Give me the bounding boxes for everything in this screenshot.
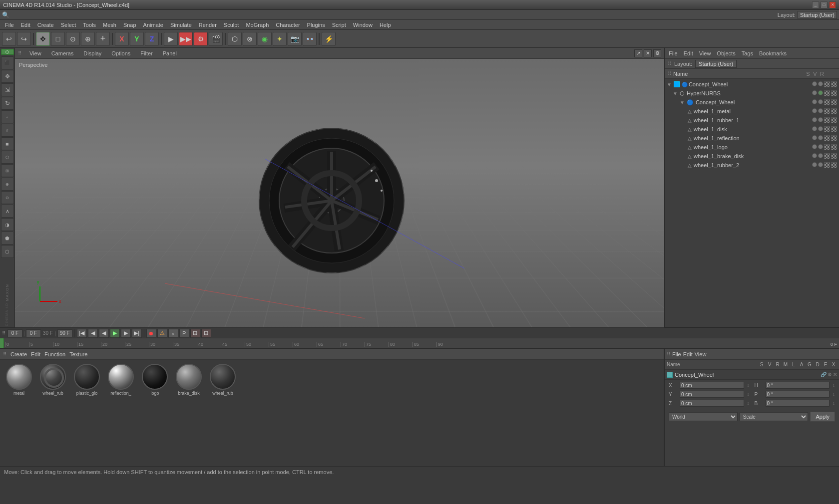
- om-dot-2[interactable]: [818, 81, 823, 86]
- attr-h-input[interactable]: [766, 382, 830, 389]
- x-axis-button[interactable]: X: [115, 32, 129, 46]
- menu-render[interactable]: Render: [196, 21, 220, 29]
- om-dot-l2[interactable]: [818, 144, 823, 149]
- vp-tab-display[interactable]: Display: [81, 49, 103, 57]
- om-row-concept-wheel-top[interactable]: ▼ 🔵 Concept_Wheel: [665, 80, 839, 89]
- menu-select[interactable]: Select: [58, 21, 79, 29]
- vp-tab-options[interactable]: Options: [109, 49, 132, 57]
- attr-b-input[interactable]: [766, 400, 830, 407]
- tl-scheme[interactable]: ⊟: [201, 329, 211, 338]
- menu-character[interactable]: Character: [273, 21, 303, 29]
- tl-goto-end[interactable]: ▶|: [132, 329, 142, 338]
- menu-snap[interactable]: Snap: [120, 21, 139, 29]
- rotate-tool[interactable]: ↻: [1, 97, 14, 110]
- redo-button[interactable]: ↪: [17, 32, 31, 46]
- render-view-button[interactable]: ▶: [164, 32, 178, 46]
- om-dot-m2[interactable]: [818, 108, 823, 113]
- menu-mograph[interactable]: MoGraph: [243, 21, 272, 29]
- mat-metal[interactable]: metal: [4, 364, 34, 396]
- rp-tab-view[interactable]: View: [697, 49, 713, 57]
- rp-tab-file[interactable]: File: [667, 49, 680, 57]
- z-axis-button[interactable]: Z: [145, 32, 159, 46]
- om-dot-cw2[interactable]: [818, 99, 823, 104]
- maximize-button[interactable]: □: [821, 1, 828, 8]
- light2-button[interactable]: ⚡: [322, 32, 336, 46]
- close-button[interactable]: ✕: [829, 1, 836, 8]
- rp-tab-edit[interactable]: Edit: [682, 49, 695, 57]
- object-mode[interactable]: ⬡: [1, 151, 14, 164]
- edges-mode[interactable]: #: [1, 124, 14, 137]
- attr-tab-file[interactable]: File: [672, 351, 681, 357]
- om-expand-hn[interactable]: ▼: [673, 91, 678, 96]
- spline-button[interactable]: ◉: [258, 32, 272, 46]
- attr-z-input[interactable]: [680, 400, 744, 407]
- move-tool[interactable]: ✥: [1, 70, 14, 83]
- menu-animate[interactable]: Animate: [140, 21, 166, 29]
- om-dot-r1b[interactable]: [818, 117, 823, 122]
- mat-plastic[interactable]: plastic_glo: [72, 364, 102, 396]
- menu-plugins[interactable]: Plugins: [304, 21, 328, 29]
- mat-wheel-rub[interactable]: wheel_rub: [38, 364, 68, 396]
- undo-button[interactable]: ↩: [2, 32, 16, 46]
- om-row-disk[interactable]: △ wheel_1_disk: [665, 125, 839, 134]
- rp-tab-tags[interactable]: Tags: [740, 49, 755, 57]
- om-dot-ref1[interactable]: [812, 135, 817, 140]
- vp-close-button[interactable]: ✕: [644, 49, 652, 57]
- om-dot-hn2[interactable]: [818, 90, 823, 95]
- attr-icon1[interactable]: 🔗: [821, 372, 827, 377]
- mat-tab-function[interactable]: Function: [44, 351, 65, 357]
- om-dot-d2[interactable]: [818, 126, 823, 131]
- tl-keyframe[interactable]: ⬦: [168, 329, 178, 338]
- om-row-rubber1[interactable]: △ wheel_1_rubber_1: [665, 116, 839, 125]
- om-row-rubber2[interactable]: △ wheel_1_rubber_2: [665, 161, 839, 170]
- om-dot-b1[interactable]: [812, 153, 817, 158]
- tl-next-frame[interactable]: ▶: [121, 329, 131, 338]
- mat-wheel-rub2[interactable]: wheel_rub: [208, 364, 238, 396]
- menu-simulate[interactable]: Simulate: [167, 21, 195, 29]
- texture-mode[interactable]: ⊞: [1, 164, 14, 177]
- add-button[interactable]: +: [96, 32, 110, 46]
- tl-current-frame[interactable]: [7, 329, 22, 337]
- viewport-canvas[interactable]: Perspective: [15, 59, 664, 327]
- menu-mesh[interactable]: Mesh: [100, 21, 119, 29]
- deform-button[interactable]: ⊗: [243, 32, 257, 46]
- om-dot-r1a[interactable]: [812, 117, 817, 122]
- mat-tab-texture[interactable]: Texture: [69, 351, 87, 357]
- vp-maximize-button[interactable]: ↗: [634, 49, 642, 57]
- sculpt-tool[interactable]: ⬡: [1, 245, 14, 258]
- apply-button[interactable]: Apply: [810, 412, 835, 422]
- attr-coord-mode-select[interactable]: World Local Object: [669, 412, 738, 421]
- tl-motion[interactable]: ⊞: [190, 329, 200, 338]
- om-row-reflection[interactable]: △ wheel_1_reflection: [665, 134, 839, 143]
- attr-x-input[interactable]: [680, 382, 744, 389]
- menu-edit[interactable]: Edit: [18, 21, 33, 29]
- menu-tools[interactable]: Tools: [80, 21, 99, 29]
- camera-button[interactable]: 📷: [288, 32, 302, 46]
- move-button[interactable]: ✥: [36, 32, 50, 46]
- light-button[interactable]: ✦: [273, 32, 287, 46]
- mat-tab-edit[interactable]: Edit: [31, 351, 40, 357]
- tl-goto-start[interactable]: |◀: [77, 329, 87, 338]
- attr-y-input[interactable]: [680, 391, 744, 398]
- y-axis-button[interactable]: Y: [130, 32, 144, 46]
- scale-tool[interactable]: ⇲: [1, 83, 14, 96]
- vp-tab-cameras[interactable]: Cameras: [49, 49, 76, 57]
- menu-script[interactable]: Script: [329, 21, 349, 29]
- om-dot-r2b[interactable]: [818, 162, 823, 167]
- tl-play-reverse[interactable]: ◀: [99, 329, 109, 338]
- om-dot-l1[interactable]: [812, 144, 817, 149]
- knife-tool[interactable]: ∧: [1, 205, 14, 218]
- om-dot-cw1[interactable]: [812, 99, 817, 104]
- menu-create[interactable]: Create: [34, 21, 57, 29]
- om-dot-m1[interactable]: [812, 108, 817, 113]
- snap-tool[interactable]: ⊙: [1, 191, 14, 204]
- om-row-logo[interactable]: △ wheel_1_logo: [665, 143, 839, 152]
- scale-button[interactable]: ⊕: [81, 32, 95, 46]
- om-dot-1[interactable]: [812, 81, 817, 86]
- tl-start-frame[interactable]: [26, 329, 41, 337]
- tl-autokey[interactable]: P: [179, 329, 189, 338]
- view-cube[interactable]: ⬡: [1, 49, 14, 55]
- render-queue-button[interactable]: 🎬: [209, 32, 223, 46]
- om-dot-r2a[interactable]: [812, 162, 817, 167]
- om-row-hypernurbs[interactable]: ▼ ⬡ HyperNURBS: [665, 89, 839, 98]
